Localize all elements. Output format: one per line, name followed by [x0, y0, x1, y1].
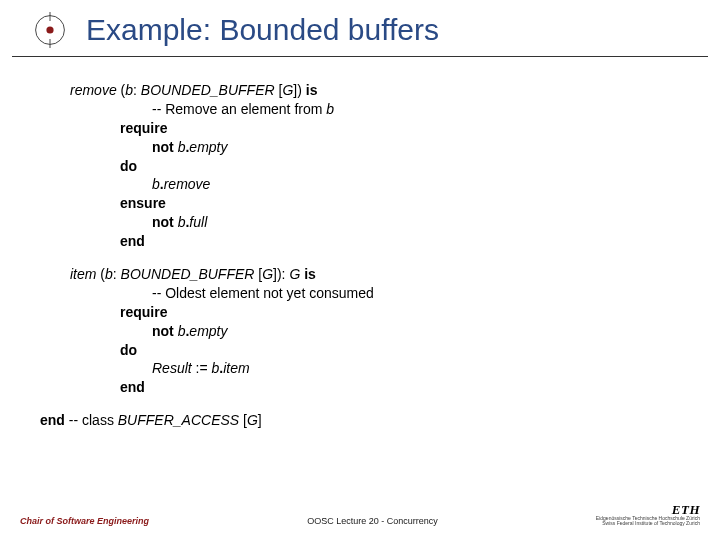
require-line: require [70, 119, 660, 138]
require-line: require [70, 303, 660, 322]
do-line: do [70, 341, 660, 360]
routine-remove: remove (b: BOUNDED_BUFFER [G]) is -- Rem… [70, 81, 660, 251]
end-line: end [70, 232, 660, 251]
slide-header: Example: Bounded buffers [12, 0, 708, 57]
signature-line: remove (b: BOUNDED_BUFFER [G]) is [70, 81, 660, 100]
body-line: b.remove [70, 175, 660, 194]
ensure-line: ensure [70, 194, 660, 213]
precond-line: not b.empty [70, 138, 660, 157]
class-end-line: end -- class BUFFER_ACCESS [G] [40, 411, 660, 430]
bullet-logo-icon [32, 12, 68, 48]
do-line: do [70, 157, 660, 176]
svg-point-1 [46, 26, 53, 33]
slide-body: remove (b: BOUNDED_BUFFER [G]) is -- Rem… [0, 57, 720, 440]
body-line: Result := b.item [70, 359, 660, 378]
end-line: end [70, 378, 660, 397]
eth-subtitle-2: Swiss Federal Institute of Technology Zu… [596, 521, 700, 526]
routine-item: item (b: BOUNDED_BUFFER [G]): G is -- Ol… [70, 265, 660, 397]
footer-chair: Chair of Software Engineering [20, 516, 149, 526]
footer-eth-block: ETH Eidgenössische Technische Hochschule… [596, 503, 700, 526]
comment-line: -- Remove an element from b [70, 100, 660, 119]
slide-footer: Chair of Software Engineering OOSC Lectu… [0, 503, 720, 526]
footer-lecture: OOSC Lecture 20 - Concurrency [149, 516, 596, 526]
postcond-line: not b.full [70, 213, 660, 232]
precond-line: not b.empty [70, 322, 660, 341]
comment-line: -- Oldest element not yet consumed [70, 284, 660, 303]
signature-line: item (b: BOUNDED_BUFFER [G]): G is [70, 265, 660, 284]
slide-title: Example: Bounded buffers [86, 13, 439, 47]
